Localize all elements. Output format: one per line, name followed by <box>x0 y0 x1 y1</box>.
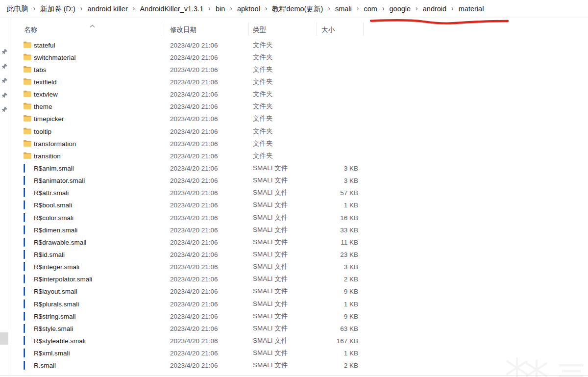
smali-file-icon: IJ <box>24 300 31 308</box>
file-row[interactable]: tabs 2023/4/20 21:06 文件夹 <box>11 63 384 75</box>
pushpin-icon[interactable] <box>1 63 8 70</box>
file-row[interactable]: IJ R$style.smali 2023/4/20 21:06 SMALI 文… <box>11 322 384 334</box>
file-name: R$layout.smali <box>34 288 77 295</box>
file-row[interactable]: switchmaterial 2023/4/20 21:06 文件夹 <box>11 51 384 63</box>
breadcrumb-item[interactable]: smali <box>333 3 354 14</box>
file-row[interactable]: IJ R$dimen.smali 2023/4/20 21:06 SMALI 文… <box>11 224 384 236</box>
breadcrumb-item[interactable]: android killer <box>86 3 130 14</box>
file-name: R$styleable.smali <box>34 337 86 344</box>
pushpin-icon[interactable] <box>1 92 8 99</box>
file-row[interactable]: IJ R$plurals.smali 2023/4/20 21:06 SMALI… <box>11 298 384 310</box>
file-type: 文件夹 <box>253 77 273 86</box>
chevron-up-icon[interactable] <box>90 22 95 29</box>
file-type: SMALI 文件 <box>253 262 288 271</box>
file-type: 文件夹 <box>253 139 273 148</box>
file-type: 文件夹 <box>253 127 273 136</box>
column-header-size[interactable]: 大小 <box>321 25 335 34</box>
file-row[interactable]: IJ R$drawable.smali 2023/4/20 21:06 SMAL… <box>11 236 384 248</box>
file-row[interactable]: IJ R.smali 2023/4/20 21:06 SMALI 文件 2 KB <box>11 359 384 372</box>
column-header-modified[interactable]: 修改日期 <box>170 25 196 34</box>
file-row[interactable]: IJ R$bool.smali 2023/4/20 21:06 SMALI 文件… <box>11 199 384 211</box>
intellij-file-icon: IJ <box>24 250 25 259</box>
file-size: 1 KB <box>295 350 358 357</box>
file-row[interactable]: textview 2023/4/20 21:06 文件夹 <box>11 88 384 101</box>
column-divider[interactable] <box>161 23 161 36</box>
file-row[interactable]: IJ R$anim.smali 2023/4/20 21:06 SMALI 文件… <box>11 162 384 174</box>
breadcrumb-item[interactable]: 教程demo(更新) <box>270 3 325 15</box>
file-row[interactable]: IJ R$id.smali 2023/4/20 21:06 SMALI 文件 2… <box>11 248 384 260</box>
breadcrumb-item[interactable]: AndroidKiller_v1.3.1 <box>138 3 205 14</box>
file-row[interactable]: IJ R$layout.smali 2023/4/20 21:06 SMALI … <box>11 285 384 298</box>
file-row[interactable]: IJ R$xml.smali 2023/4/20 21:06 SMALI 文件 … <box>11 347 384 359</box>
nav-scrollbar-thumb[interactable] <box>0 332 8 345</box>
file-size: 63 KB <box>295 325 358 332</box>
file-type: 文件夹 <box>253 90 273 99</box>
file-type: 文件夹 <box>253 102 273 111</box>
file-row[interactable]: tooltip 2023/4/20 21:06 文件夹 <box>11 125 384 137</box>
file-row[interactable]: IJ R$color.smali 2023/4/20 21:06 SMALI 文… <box>11 211 384 224</box>
file-row[interactable]: timepicker 2023/4/20 21:06 文件夹 <box>11 113 384 125</box>
column-header-type[interactable]: 类型 <box>253 25 266 34</box>
pushpin-icon[interactable] <box>1 77 8 84</box>
pushpin-icon[interactable] <box>1 106 8 113</box>
file-row[interactable]: transition 2023/4/20 21:06 文件夹 <box>11 150 384 162</box>
file-date-modified: 2023/4/20 21:06 <box>170 288 218 295</box>
file-type: SMALI 文件 <box>253 312 288 321</box>
file-row[interactable]: theme 2023/4/20 21:06 文件夹 <box>11 101 384 113</box>
smali-file-icon: IJ <box>24 214 31 222</box>
file-row[interactable]: textfield 2023/4/20 21:06 文件夹 <box>11 75 384 88</box>
smali-file-icon: IJ <box>24 189 31 197</box>
file-list: 名称 修改日期 类型 大小 stateful 2023/4/20 21:06 文… <box>11 18 588 375</box>
file-type: SMALI 文件 <box>253 336 288 345</box>
file-type: SMALI 文件 <box>253 300 288 308</box>
file-size: 1 KB <box>295 300 358 307</box>
file-type: 文件夹 <box>253 65 273 74</box>
breadcrumb-item[interactable]: com <box>362 3 379 14</box>
breadcrumb-item[interactable]: 新加卷 (D:) <box>38 3 77 15</box>
intellij-file-icon: IJ <box>24 226 25 234</box>
file-date-modified: 2023/4/20 21:06 <box>170 263 218 271</box>
file-row[interactable]: IJ R$integer.smali 2023/4/20 21:06 SMALI… <box>11 261 384 273</box>
intellij-file-icon: IJ <box>24 287 25 296</box>
file-type: SMALI 文件 <box>253 287 288 296</box>
breadcrumb-item[interactable]: bin <box>214 3 227 14</box>
breadcrumb-item[interactable]: material <box>457 3 486 14</box>
breadcrumb-item[interactable]: 此电脑 <box>5 3 30 15</box>
file-type: SMALI 文件 <box>253 324 288 333</box>
file-name: R$animator.smali <box>34 177 85 184</box>
column-divider[interactable] <box>248 23 249 36</box>
file-date-modified: 2023/4/20 21:06 <box>170 189 218 197</box>
column-divider[interactable] <box>363 23 364 36</box>
file-row[interactable]: IJ R$styleable.smali 2023/4/20 21:06 SMA… <box>11 334 384 347</box>
file-name: transition <box>34 152 61 159</box>
file-type: 文件夹 <box>253 114 273 123</box>
file-date-modified: 2023/4/20 21:06 <box>170 152 218 159</box>
file-size: 57 KB <box>295 189 358 197</box>
breadcrumb-chevron-icon: › <box>262 4 270 12</box>
column-header-name[interactable]: 名称 <box>24 25 37 34</box>
file-row[interactable]: IJ R$string.smali 2023/4/20 21:06 SMALI … <box>11 310 384 322</box>
breadcrumb: 此电脑›新加卷 (D:)›android killer›AndroidKille… <box>0 0 588 18</box>
file-type: SMALI 文件 <box>253 361 288 370</box>
file-name: R$string.smali <box>34 312 76 320</box>
breadcrumb-item[interactable]: android <box>421 3 448 14</box>
folder-icon <box>24 152 31 160</box>
file-explorer-window: 此电脑›新加卷 (D:)›android killer›AndroidKille… <box>0 0 588 377</box>
file-row[interactable]: IJ R$animator.smali 2023/4/20 21:06 SMAL… <box>11 175 384 187</box>
file-name: R.smali <box>34 362 56 369</box>
file-row[interactable]: transformation 2023/4/20 21:06 文件夹 <box>11 137 384 150</box>
file-name: textfield <box>34 78 57 85</box>
breadcrumb-item[interactable]: google <box>388 3 413 14</box>
smali-file-icon: IJ <box>24 263 31 271</box>
file-type: SMALI 文件 <box>253 238 288 247</box>
file-date-modified: 2023/4/20 21:06 <box>170 91 218 98</box>
file-row[interactable]: IJ R$interpolator.smali 2023/4/20 21:06 … <box>11 273 384 285</box>
breadcrumb-chevron-icon: › <box>130 4 138 12</box>
bottom-divider <box>0 375 588 376</box>
pushpin-icon[interactable] <box>1 48 8 55</box>
column-divider[interactable] <box>317 23 317 36</box>
file-row[interactable]: IJ R$attr.smali 2023/4/20 21:06 SMALI 文件… <box>11 187 384 199</box>
breadcrumb-item[interactable]: apktool <box>235 3 262 14</box>
file-date-modified: 2023/4/20 21:06 <box>170 177 218 184</box>
file-row[interactable]: stateful 2023/4/20 21:06 文件夹 <box>11 39 384 51</box>
